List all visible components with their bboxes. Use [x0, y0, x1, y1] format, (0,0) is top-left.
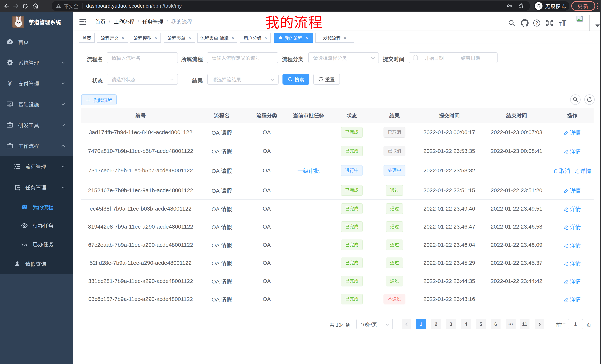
- svg-text:?: ?: [536, 21, 538, 25]
